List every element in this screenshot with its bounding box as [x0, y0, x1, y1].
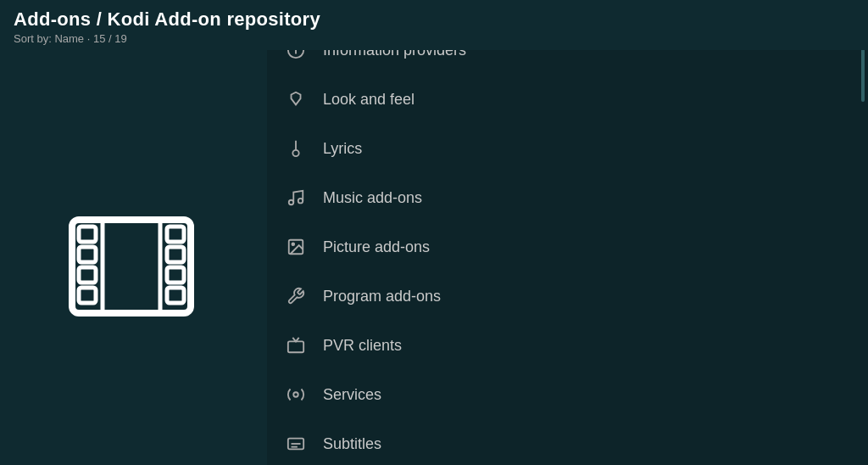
svg-point-17 — [292, 150, 298, 156]
program-add-ons-icon — [284, 284, 308, 308]
page-subtitle: Sort by: Name · 15 / 19 — [14, 32, 854, 45]
menu-panel: Image decoder Information providers Look… — [267, 0, 868, 465]
menu-item-label: Services — [323, 386, 381, 404]
menu-item-picture-add-ons[interactable]: Picture add-ons — [267, 222, 868, 272]
services-icon — [284, 383, 308, 406]
picture-add-ons-icon — [284, 235, 308, 259]
svg-rect-1 — [79, 227, 96, 242]
svg-point-21 — [292, 243, 294, 245]
lyrics-icon — [284, 137, 308, 160]
music-add-ons-icon — [284, 186, 308, 210]
svg-point-19 — [298, 199, 303, 204]
film-reel-icon — [64, 199, 199, 334]
menu-item-label: PVR clients — [323, 337, 402, 355]
svg-point-18 — [289, 200, 294, 205]
svg-rect-2 — [79, 247, 96, 262]
svg-rect-6 — [167, 247, 184, 262]
svg-rect-4 — [79, 288, 96, 303]
look-and-feel-icon — [284, 87, 308, 111]
menu-item-look-and-feel[interactable]: Look and feel — [267, 75, 868, 124]
svg-rect-7 — [167, 267, 184, 283]
menu-item-label: Lyrics — [323, 140, 362, 158]
menu-item-program-add-ons[interactable]: Program add-ons — [267, 272, 868, 321]
menu-item-label: Subtitles — [323, 435, 381, 453]
menu-item-label: Music add-ons — [323, 189, 422, 207]
menu-item-pvr-clients[interactable]: PVR clients — [267, 321, 868, 370]
menu-item-lyrics[interactable]: Lyrics — [267, 124, 868, 173]
menu-item-label: Picture add-ons — [323, 238, 430, 256]
svg-point-23 — [293, 392, 298, 397]
menu-item-label: Look and feel — [323, 91, 415, 109]
svg-rect-22 — [288, 341, 303, 352]
svg-rect-8 — [167, 288, 184, 303]
svg-rect-5 — [167, 227, 184, 242]
menu-item-label: Program add-ons — [323, 288, 441, 305]
menu-item-services[interactable]: Services — [267, 370, 868, 419]
left-panel — [0, 68, 263, 465]
menu-item-music-add-ons[interactable]: Music add-ons — [267, 173, 868, 222]
pvr-clients-icon — [284, 333, 308, 357]
menu-item-subtitles[interactable]: Subtitles — [267, 419, 868, 465]
svg-rect-3 — [79, 267, 96, 283]
header: Add-ons / Kodi Add-on repository Sort by… — [0, 0, 868, 50]
page-title: Add-ons / Kodi Add-on repository — [14, 8, 854, 31]
subtitles-icon — [284, 432, 308, 456]
